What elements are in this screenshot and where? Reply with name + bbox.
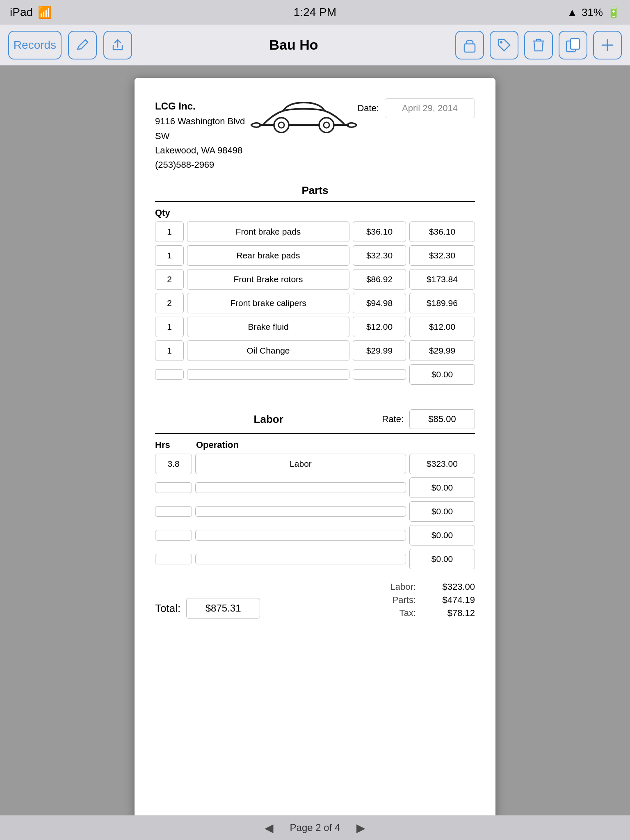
document-header: LCG Inc. 9116 Washington Blvd SW Lakewoo… <box>155 98 475 172</box>
prev-page-arrow[interactable]: ◀ <box>265 821 274 835</box>
desc-4[interactable]: Front brake calipers <box>187 293 349 313</box>
price-4[interactable]: $94.98 <box>353 293 406 313</box>
price-3[interactable]: $86.92 <box>353 269 406 290</box>
hrs-1[interactable]: 3.8 <box>155 454 192 474</box>
labor-total-1: $323.00 <box>409 454 475 474</box>
battery-icon: 🔋 <box>607 6 620 19</box>
date-section: Date: April 29, 2014 <box>357 98 475 118</box>
desc-5[interactable]: Brake fluid <box>187 317 349 337</box>
car-icon <box>251 98 357 139</box>
summary-section: Total: $875.31 Labor: $323.00 Parts: $47… <box>155 582 475 619</box>
labor-header-row: Labor Rate: $85.00 <box>155 409 475 434</box>
price-6[interactable]: $29.99 <box>353 340 406 361</box>
svg-point-7 <box>324 122 329 128</box>
price-5[interactable]: $12.00 <box>353 317 406 337</box>
status-time: 1:24 PM <box>294 6 336 19</box>
parts-row-4: 2 Front brake calipers $94.98 $189.96 <box>155 293 475 313</box>
rate-value[interactable]: $85.00 <box>409 409 475 429</box>
svg-point-1 <box>500 41 502 43</box>
delete-button[interactable] <box>524 31 553 59</box>
status-bar: iPad 📶 1:24 PM ▲ 31% 🔋 <box>0 0 630 25</box>
qty-2[interactable]: 1 <box>155 245 184 266</box>
desc-1[interactable]: Front brake pads <box>187 221 349 242</box>
battery-label: 31% <box>582 6 603 19</box>
parts-row-7: $0.00 <box>155 364 475 385</box>
lock-button[interactable] <box>455 31 484 59</box>
parts-table: Qty 1 Front brake pads $36.10 $36.10 1 R… <box>155 202 475 385</box>
total-6: $29.99 <box>409 340 475 361</box>
records-button[interactable]: Records <box>8 31 62 59</box>
share-icon <box>111 38 125 52</box>
hrs-4[interactable] <box>155 530 192 541</box>
page-indicator: Page 2 of 4 <box>290 822 340 833</box>
op-4[interactable] <box>195 530 406 541</box>
toolbar-right-buttons <box>455 31 622 59</box>
next-page-arrow[interactable]: ▶ <box>356 821 365 835</box>
hrs-5[interactable] <box>155 554 192 564</box>
op-5[interactable] <box>195 554 406 564</box>
total-left: Total: $875.31 <box>155 598 260 619</box>
labor-summary-label: Labor: <box>383 582 416 592</box>
copy-icon <box>566 38 580 52</box>
labor-summary-value: $323.00 <box>422 582 475 592</box>
operation-header: Operation <box>196 440 475 450</box>
company-name: LCG Inc. <box>155 98 251 114</box>
svg-rect-0 <box>464 44 475 52</box>
op-3[interactable] <box>195 506 406 517</box>
tag-button[interactable] <box>490 31 518 59</box>
labor-total-3: $0.00 <box>409 501 475 522</box>
toolbar: Records Bau Ho <box>0 25 630 66</box>
hrs-3[interactable] <box>155 506 192 517</box>
parts-summary-value: $474.19 <box>422 595 475 605</box>
parts-row-5: 1 Brake fluid $12.00 $12.00 <box>155 317 475 337</box>
copy-button[interactable] <box>559 31 587 59</box>
labor-rate-section: Rate: $85.00 <box>382 409 475 429</box>
qty-5[interactable]: 1 <box>155 317 184 337</box>
desc-3[interactable]: Front Brake rotors <box>187 269 349 290</box>
desc-6[interactable]: Oil Change <box>187 340 349 361</box>
price-2[interactable]: $32.30 <box>353 245 406 266</box>
qty-1[interactable]: 1 <box>155 221 184 242</box>
company-address2: Lakewood, WA 98498 <box>155 143 251 158</box>
share-button[interactable] <box>103 31 132 59</box>
qty-3[interactable]: 2 <box>155 269 184 290</box>
tax-summary-row: Tax: $78.12 <box>383 608 475 619</box>
wifi-icon: 📶 <box>38 6 52 19</box>
add-button[interactable] <box>593 31 622 59</box>
document: LCG Inc. 9116 Washington Blvd SW Lakewoo… <box>135 78 495 824</box>
desc-2[interactable]: Rear brake pads <box>187 245 349 266</box>
labor-row-3: $0.00 <box>155 501 475 522</box>
tax-summary-value: $78.12 <box>422 608 475 619</box>
op-2[interactable] <box>195 482 406 493</box>
labor-total-4: $0.00 <box>409 525 475 546</box>
main-content: LCG Inc. 9116 Washington Blvd SW Lakewoo… <box>0 66 630 840</box>
company-info: LCG Inc. 9116 Washington Blvd SW Lakewoo… <box>155 98 251 172</box>
total-label: Total: <box>155 602 180 615</box>
svg-point-6 <box>278 122 284 128</box>
total-7: $0.00 <box>409 364 475 385</box>
parts-section-title: Parts <box>155 184 475 202</box>
lock-icon <box>463 37 477 53</box>
labor-row-1: 3.8 Labor $323.00 <box>155 454 475 474</box>
toolbar-title: Bau Ho <box>139 37 449 53</box>
labor-section: Labor Rate: $85.00 Hrs Operation 3.8 Lab… <box>155 409 475 569</box>
total-5: $12.00 <box>409 317 475 337</box>
labor-col-headers: Hrs Operation <box>155 434 475 454</box>
total-1: $36.10 <box>409 221 475 242</box>
price-7[interactable] <box>353 369 406 380</box>
parts-row-2: 1 Rear brake pads $32.30 $32.30 <box>155 245 475 266</box>
parts-summary-row: Parts: $474.19 <box>383 595 475 605</box>
edit-button[interactable] <box>68 31 97 59</box>
hrs-2[interactable] <box>155 482 192 493</box>
op-1[interactable]: Labor <box>195 454 406 474</box>
desc-7[interactable] <box>187 369 349 380</box>
rate-label: Rate: <box>382 414 404 425</box>
qty-4[interactable]: 2 <box>155 293 184 313</box>
qty-7[interactable] <box>155 369 184 380</box>
carrier-label: iPad <box>10 6 33 19</box>
labor-row-2: $0.00 <box>155 477 475 498</box>
price-1[interactable]: $36.10 <box>353 221 406 242</box>
trash-icon <box>532 38 545 52</box>
total-4: $189.96 <box>409 293 475 313</box>
qty-6[interactable]: 1 <box>155 340 184 361</box>
